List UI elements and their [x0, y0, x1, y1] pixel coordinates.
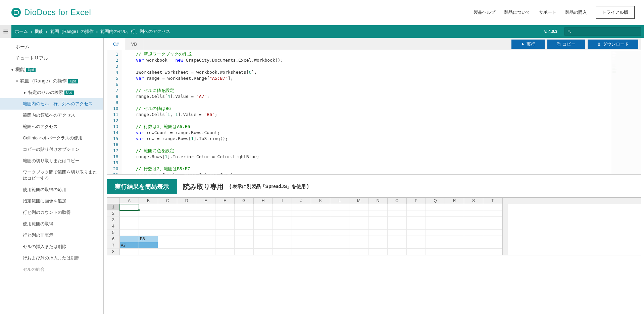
cell[interactable]	[158, 249, 177, 255]
col-header[interactable]: J	[292, 198, 311, 204]
cell[interactable]	[464, 236, 483, 242]
nav-purchase[interactable]: 製品の購入	[565, 9, 587, 15]
cell[interactable]: A7	[120, 242, 139, 249]
cell[interactable]	[330, 204, 349, 210]
cell[interactable]	[311, 223, 330, 230]
cell[interactable]	[388, 249, 407, 255]
cell[interactable]	[139, 242, 158, 249]
cell[interactable]	[120, 204, 139, 210]
sidebar-item-active[interactable]: 範囲内のセル、行、列へのアクセス	[0, 98, 104, 110]
sidebar-item[interactable]: ワークブック間で範囲を切り取りまたはコピーする	[0, 167, 103, 184]
cell[interactable]	[368, 236, 388, 242]
cell[interactable]	[254, 230, 273, 236]
cell[interactable]	[445, 210, 464, 217]
cell[interactable]	[120, 236, 139, 242]
col-header[interactable]: L	[330, 198, 349, 204]
col-header[interactable]: P	[407, 198, 426, 204]
sidebar-item[interactable]: 範囲へのアクセス	[0, 121, 103, 132]
cell[interactable]	[330, 242, 349, 249]
cell[interactable]	[273, 217, 292, 223]
cell[interactable]	[158, 217, 177, 223]
cell[interactable]	[483, 223, 502, 230]
crumb-home[interactable]: ホーム	[15, 28, 28, 35]
cell[interactable]	[254, 242, 273, 249]
cell[interactable]	[120, 223, 139, 230]
cell[interactable]	[254, 204, 273, 210]
sidebar-item[interactable]: 使用範囲の取得の応用	[0, 184, 103, 195]
cell[interactable]	[235, 217, 254, 223]
cell[interactable]	[426, 217, 445, 223]
row-header[interactable]: 3	[107, 217, 120, 223]
cell[interactable]	[330, 249, 349, 255]
cell[interactable]	[177, 217, 196, 223]
cell[interactable]	[158, 223, 177, 230]
cell[interactable]	[311, 217, 330, 223]
cell[interactable]	[445, 217, 464, 223]
cell[interactable]	[349, 249, 368, 255]
cell[interactable]	[349, 210, 368, 217]
cell[interactable]	[407, 249, 426, 255]
cell[interactable]	[292, 210, 311, 217]
cell[interactable]	[311, 236, 330, 242]
cell[interactable]	[330, 223, 349, 230]
cell[interactable]	[368, 249, 388, 255]
copy-button[interactable]: コピー	[547, 40, 585, 49]
cell[interactable]	[330, 236, 349, 242]
cell[interactable]	[388, 236, 407, 242]
cell[interactable]	[235, 230, 254, 236]
cell[interactable]	[254, 249, 273, 255]
sheet-scrollbar[interactable]	[502, 217, 508, 223]
sidebar-item[interactable]: 範囲内の領域へのアクセス	[0, 110, 103, 121]
row-header[interactable]: 8	[107, 249, 120, 255]
result-display-button[interactable]: 実行結果を簡易表示	[107, 179, 177, 194]
cell[interactable]	[273, 210, 292, 217]
col-header[interactable]: A	[120, 198, 139, 204]
col-header[interactable]: R	[445, 198, 464, 204]
trial-button[interactable]: トライアル版	[596, 6, 635, 19]
sidebar-item[interactable]: ▸特定のセルの検索Upd	[0, 87, 103, 98]
cell[interactable]	[330, 210, 349, 217]
cell[interactable]	[426, 204, 445, 210]
cell[interactable]	[254, 217, 273, 223]
sidebar-item[interactable]: 行および列の挿入または削除	[0, 252, 103, 264]
cell[interactable]	[292, 230, 311, 236]
cell[interactable]	[349, 204, 368, 210]
col-header[interactable]: Q	[426, 198, 445, 204]
logo[interactable]: DioDocs for Excel	[11, 8, 91, 17]
cell[interactable]	[235, 249, 254, 255]
cell[interactable]	[464, 249, 483, 255]
cell[interactable]	[426, 249, 445, 255]
col-header[interactable]: C	[158, 198, 177, 204]
cell[interactable]	[426, 223, 445, 230]
sidebar-item[interactable]: 使用範囲の取得	[0, 218, 103, 230]
col-header[interactable]: F	[215, 198, 235, 204]
cell[interactable]	[196, 204, 215, 210]
cell[interactable]	[158, 204, 177, 210]
cell[interactable]	[426, 236, 445, 242]
cell[interactable]	[445, 230, 464, 236]
cell[interactable]: B6	[139, 236, 158, 242]
col-header[interactable]: I	[273, 198, 292, 204]
cell[interactable]	[349, 217, 368, 223]
cell[interactable]	[388, 204, 407, 210]
cell[interactable]	[311, 249, 330, 255]
cell[interactable]	[388, 242, 407, 249]
sheet-scrollbar[interactable]	[502, 204, 508, 210]
col-header[interactable]: N	[368, 198, 388, 204]
sidebar-item[interactable]: CellInfo ヘルパークラスの使用	[0, 132, 103, 144]
cell[interactable]	[254, 236, 273, 242]
cell[interactable]	[445, 204, 464, 210]
cell[interactable]	[177, 223, 196, 230]
cell[interactable]	[483, 210, 502, 217]
cell[interactable]	[445, 242, 464, 249]
col-header[interactable]: O	[388, 198, 407, 204]
cell[interactable]	[292, 249, 311, 255]
row-header[interactable]: 2	[107, 210, 120, 217]
cell[interactable]	[426, 210, 445, 217]
nav-support[interactable]: サポート	[539, 9, 556, 15]
cell[interactable]	[177, 210, 196, 217]
sidebar-home[interactable]: ホーム	[0, 41, 103, 53]
cell[interactable]	[254, 210, 273, 217]
cell[interactable]	[368, 217, 388, 223]
cell[interactable]	[120, 217, 139, 223]
